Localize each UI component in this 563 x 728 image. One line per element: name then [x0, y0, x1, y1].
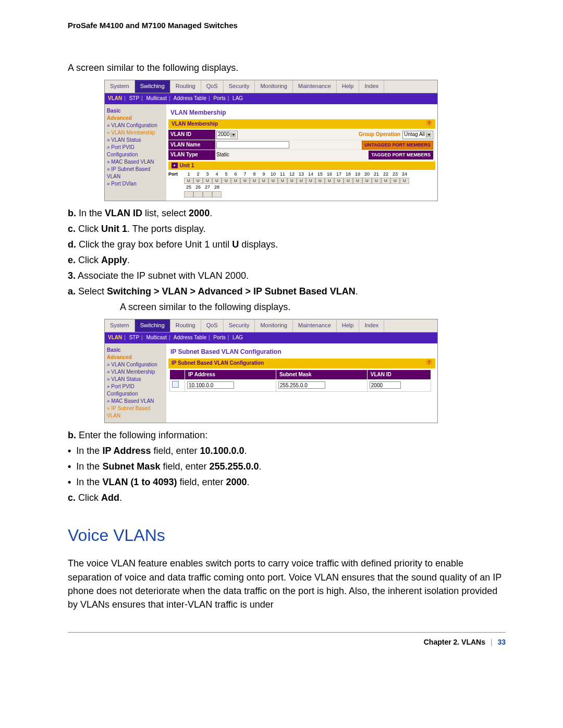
port-number: 26 — [193, 184, 203, 191]
port-cell[interactable]: U — [231, 178, 240, 184]
side-basic[interactable]: Basic — [107, 107, 164, 115]
tab-monitoring[interactable]: Monitoring — [255, 319, 292, 332]
subnav-multicast[interactable]: Multicast — [146, 335, 166, 340]
port-cell[interactable]: U — [203, 178, 212, 184]
subnav-vlan[interactable]: VLAN — [108, 335, 122, 340]
tab-system[interactable]: System — [105, 319, 135, 332]
side-port-pvid[interactable]: » Port PVID Configuration — [107, 144, 164, 158]
tab-qos[interactable]: QoS — [201, 80, 224, 93]
unit-bar[interactable]: •Unit 1 — [168, 162, 435, 170]
subnav-stp[interactable]: STP — [129, 335, 139, 340]
untagged-port-members-button[interactable]: UNTAGGED PORT MEMBERS — [362, 141, 433, 150]
subnav-ports[interactable]: Ports — [213, 335, 225, 340]
port-cell[interactable]: U — [278, 178, 287, 184]
port-cell[interactable]: U — [390, 178, 400, 184]
side-mac-vlan[interactable]: » MAC Based VLAN — [107, 158, 164, 166]
side-advanced[interactable]: Advanced — [107, 354, 164, 361]
port-cell[interactable]: U — [353, 178, 362, 184]
select-group-op[interactable]: Untag All▾ — [402, 131, 433, 139]
side-ip-subnet-vlan[interactable]: » IP Subnet Based VLAN — [107, 405, 164, 419]
tab-help[interactable]: Help — [337, 319, 360, 332]
port-cell[interactable] — [193, 191, 203, 198]
port-cell[interactable]: U — [400, 178, 409, 184]
side-port-pvid[interactable]: » Port PVID Configuration — [107, 383, 164, 398]
input-ip-address[interactable] — [187, 381, 234, 389]
step-3b-bullet3: • In the VLAN (1 to 4093) field, enter 2… — [68, 475, 506, 489]
port-number: 6 — [231, 171, 240, 178]
side-vlan-config[interactable]: » VLAN Configuration — [107, 122, 164, 129]
port-cell[interactable]: U — [362, 178, 372, 184]
port-cell[interactable] — [184, 191, 193, 198]
port-cell[interactable] — [212, 191, 222, 198]
side-advanced[interactable]: Advanced — [107, 115, 164, 122]
subnav-address-table[interactable]: Address Table — [174, 95, 206, 101]
port-cell[interactable]: U — [306, 178, 315, 184]
subnav-lag[interactable]: LAG — [232, 335, 243, 340]
port-cell[interactable]: U — [381, 178, 390, 184]
input-vlan-name[interactable] — [216, 141, 289, 149]
document-page: ProSafe M4100 and M7100 Managed Switches… — [0, 0, 563, 728]
port-cell[interactable]: U — [372, 178, 381, 184]
input-subnet-mask[interactable] — [278, 381, 325, 389]
tab-switching[interactable]: Switching — [135, 319, 170, 332]
step-3a-after: A screen similar to the following displa… — [120, 300, 506, 314]
page-footer: Chapter 2. VLANs | 33 — [68, 632, 506, 646]
row-checkbox[interactable] — [172, 381, 179, 388]
page-number: 33 — [497, 638, 506, 646]
port-number: 3 — [203, 171, 212, 178]
tab-security[interactable]: Security — [224, 319, 255, 332]
port-number: 7 — [240, 171, 250, 178]
step-3a: a. Select Switching > VLAN > Advanced > … — [68, 285, 506, 298]
tab-switching[interactable]: Switching — [135, 80, 170, 93]
port-cell[interactable]: U — [212, 178, 222, 184]
subnav-lag[interactable]: LAG — [232, 95, 243, 101]
tab-security[interactable]: Security — [224, 80, 255, 93]
port-cell[interactable]: U — [250, 178, 259, 184]
tab-maintenance[interactable]: Maintenance — [293, 80, 337, 93]
subnav-vlan[interactable]: VLAN — [108, 95, 122, 101]
side-vlan-status[interactable]: » VLAN Status — [107, 137, 164, 144]
side-mac-vlan[interactable]: » MAC Based VLAN — [107, 398, 164, 405]
tab-qos[interactable]: QoS — [201, 319, 224, 332]
side-ip-subnet-vlan[interactable]: » IP Subnet Based VLAN — [107, 166, 164, 180]
port-cell[interactable]: U — [315, 178, 325, 184]
port-cell[interactable]: U — [184, 178, 193, 184]
port-cell[interactable]: U — [240, 178, 250, 184]
subnav-address-table[interactable]: Address Table — [174, 335, 206, 340]
subnav-stp[interactable]: STP — [129, 95, 139, 101]
label-group-op: Group Operation — [359, 131, 400, 139]
input-vlan-id[interactable] — [370, 381, 401, 389]
tab-system[interactable]: System — [105, 80, 135, 93]
port-cell[interactable]: U — [344, 178, 353, 184]
port-cell[interactable]: U — [334, 178, 344, 184]
port-cell[interactable]: U — [222, 178, 231, 184]
panel-bar-label: IP Subnet Based VLAN Configuration — [172, 360, 264, 366]
tab-help[interactable]: Help — [337, 80, 360, 93]
tab-maintenance[interactable]: Maintenance — [293, 319, 337, 332]
select-vlan-id[interactable]: 2000▾ — [216, 131, 238, 139]
port-cell[interactable] — [203, 191, 212, 198]
side-basic[interactable]: Basic — [107, 347, 164, 354]
tab-routing[interactable]: Routing — [170, 319, 201, 332]
port-cell[interactable]: U — [193, 178, 203, 184]
expand-icon: • — [172, 163, 178, 168]
subnav-ports[interactable]: Ports — [213, 95, 225, 101]
tab-index[interactable]: Index — [359, 319, 384, 332]
port-cell[interactable]: U — [325, 178, 334, 184]
help-icon[interactable]: ? — [426, 359, 432, 365]
tagged-port-members-button[interactable]: TAGGED PORT MEMBERS — [369, 151, 433, 159]
subnav-multicast[interactable]: Multicast — [146, 95, 166, 101]
side-vlan-status[interactable]: » VLAN Status — [107, 376, 164, 383]
port-cell[interactable]: U — [297, 178, 306, 184]
tab-monitoring[interactable]: Monitoring — [255, 80, 292, 93]
port-cell[interactable]: U — [287, 178, 297, 184]
side-port-dvlan[interactable]: » Port DVlan — [107, 180, 164, 188]
tab-routing[interactable]: Routing — [170, 80, 201, 93]
side-vlan-membership[interactable]: » VLAN Membership — [107, 129, 164, 137]
help-icon[interactable]: ? — [426, 120, 432, 126]
tab-index[interactable]: Index — [359, 80, 384, 93]
side-vlan-membership[interactable]: » VLAN Membership — [107, 368, 164, 376]
port-cell[interactable]: U — [259, 178, 268, 184]
port-cell[interactable]: U — [268, 178, 278, 184]
side-vlan-config[interactable]: » VLAN Configuration — [107, 361, 164, 368]
